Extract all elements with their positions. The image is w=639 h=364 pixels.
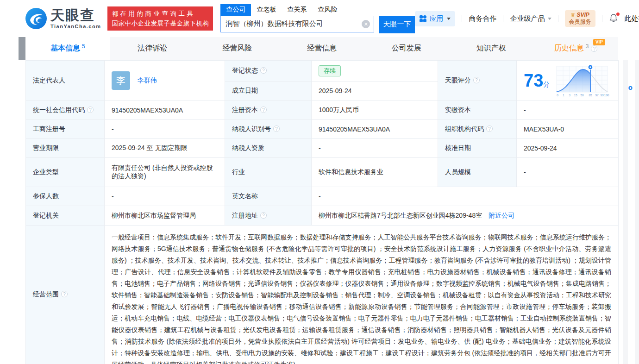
label-taxpayer-qualification: 纳税人资质 [225,139,312,158]
apps-menu[interactable]: 应用 [415,11,455,26]
label-registration-authority: 登记机关 [26,206,105,226]
business-reg-number-cell: - [105,120,225,139]
svip-membership-button[interactable]: ♛ SVIP 会员服务 [565,10,595,27]
tab-legal-litigation[interactable]: 法律诉讼 [110,37,195,60]
taxpayer-qualification-cell: - [312,139,438,158]
label-english-name: 英文名称 [225,187,312,206]
svg-text:85: 85 [589,94,593,97]
tab-label: 基本信息 [50,44,80,53]
tab-label: 经营信息 [307,44,337,53]
establish-date-cell: 2025-09-24 [312,81,438,100]
logo-title: 天眼查 [50,8,101,22]
svg-text:0: 0 [557,94,558,97]
label-registration-status: 登记状态? [225,61,312,82]
label-industry: 行业 [225,158,312,187]
help-icon[interactable]: ? [260,67,267,74]
svip-label: SVIP [577,12,589,18]
label-legal-representative: 法定代表人 [26,61,105,101]
tab-intellectual-property[interactable]: 知识产权 [449,37,533,60]
legal-representative-link[interactable]: 李群伟 [138,76,157,84]
nearby-companies-link[interactable]: 附近公司 [489,212,514,219]
label-approval-date: 核准日期 [438,139,517,158]
nav-cooperation[interactable]: 商务合作 [469,14,496,23]
registered-capital-cell: 1000万人民币 [312,101,438,120]
tab-basic-info[interactable]: 基本信息 5 [25,37,110,60]
search-button[interactable]: 天眼一下 [379,16,415,33]
tab-label: 法律诉讼 [138,44,167,53]
company-type-cell: 有限责任公司 (非自然人投资或控股的法人独资) [105,158,225,187]
score-distribution-chart: 0 1 3 15 50 85 97 99 100 [555,63,610,98]
english-name-cell: - [312,187,619,206]
label-registered-address: 注册地址? [225,206,312,226]
label-business-term: 营业期限 [26,139,105,158]
svg-text:50: 50 [581,94,584,97]
taxpayer-id-cell: 91450205MAEX53UA0A [312,120,438,139]
registration-authority-cell: 柳州市柳北区市场监督管理局 [105,206,225,226]
legal-representative-cell: 李 李群伟 [105,61,225,101]
user-menu[interactable]: 此处有… [625,14,639,23]
score-axis: 0 1 3 15 50 85 97 99 100 [557,94,609,97]
label-business-reg-number: 工商注册号 [26,120,105,139]
help-icon[interactable]: ? [473,77,480,83]
tab-label: 历史信息 [554,44,584,53]
business-scope-cell: 一般经营项目：信息系统集成服务；软件开发；互联网数据服务；数据处理和存储支持服务… [105,226,619,364]
svg-text:99: 99 [601,94,604,97]
tianyancha-logo[interactable]: 天眼查 TianYanCha.com [25,8,101,29]
search-tab-boss[interactable]: 查老板 [251,4,282,16]
status-badge: 存续 [319,65,341,76]
divider [503,15,503,22]
help-icon[interactable]: ? [591,45,597,52]
header: 天眼查 TianYanCha.com 都在用的商业查询工具 国家中小企业发展子基… [0,0,639,37]
help-icon[interactable]: ? [87,107,94,113]
score-value: 73 [524,71,543,90]
promo-line1: 都在用的商业查询工具 [112,9,209,19]
header-nav: 应用 商务合作 企业级产品 ♛ SVIP 会员服务 此处有… [415,10,639,27]
tab-label: 公司发展 [392,44,421,53]
label-registered-capital: 注册资本? [225,101,312,120]
help-icon[interactable]: ? [486,126,493,132]
label-business-scope: 经营范围? [26,226,105,364]
search-tab-company[interactable]: 查公司 [220,4,251,16]
help-icon[interactable]: ? [260,212,267,219]
credit-code-cell: 91450205MAEX53UA0A [105,101,225,120]
help-icon[interactable]: ? [61,291,68,297]
label-taxpayer-id: 纳税人识别号? [225,120,312,139]
label-company-type: 企业类型 [26,158,105,187]
svg-text:97: 97 [595,94,599,97]
search-tab-risk[interactable]: 查风险 [312,4,343,16]
score-unit: 分 [543,81,550,88]
search-tab-relation[interactable]: 查关系 [282,4,312,16]
label-tianyan-score: 天眼评分? [438,61,517,101]
help-icon[interactable]: ? [273,126,280,132]
registered-address-cell: 柳州市柳北区桔香路7号北部生态新区创业园4栋209-48室 附近公司 [312,206,619,226]
promo-line2: 国家中小企业发展子基金旗下机构 [112,19,209,28]
search-input[interactable] [220,16,374,32]
tab-business-info[interactable]: 经营信息 [280,37,364,60]
divider [462,15,462,22]
organization-code-cell: MAEX53UA-0 [517,120,619,139]
registration-status-cell: 存续 [312,61,438,82]
user-menu-label: 此处有… [625,14,639,22]
search-area: 查公司 查老板 查关系 查风险 ✕ 天眼一下 [220,4,415,33]
tianyan-score-cell[interactable]: 73分 [517,61,619,101]
clear-search-icon[interactable]: ✕ [362,20,370,28]
insured-staff-cell: - [105,187,225,206]
help-icon[interactable]: ? [260,107,267,113]
avatar[interactable]: 李 [112,71,130,90]
left-edge-widget [19,37,25,60]
approval-date-cell: 2025-09-24 [517,139,619,158]
floating-widget-badge[interactable]: o [628,83,633,91]
label-paid-in-capital: 实缴资本 [438,101,517,120]
right-edge-widget [623,60,628,364]
enterprise-label: 企业级产品 [510,14,545,22]
svip-sublabel: 会员服务 [569,19,591,25]
label-credit-code: 统一社会信用代码? [26,101,105,120]
nav-enterprise-products[interactable]: 企业级产品 [510,14,551,23]
chevron-down-icon [548,18,551,20]
svg-text:1: 1 [563,94,564,97]
tab-history-info[interactable]: VIP 历史信息 3 ? [533,37,618,60]
notifications-button[interactable] [609,13,618,24]
apps-label: 应用 [429,14,443,23]
tab-operating-risk[interactable]: 经营风险 [195,37,280,60]
tab-company-development[interactable]: 公司发展 [364,37,449,60]
